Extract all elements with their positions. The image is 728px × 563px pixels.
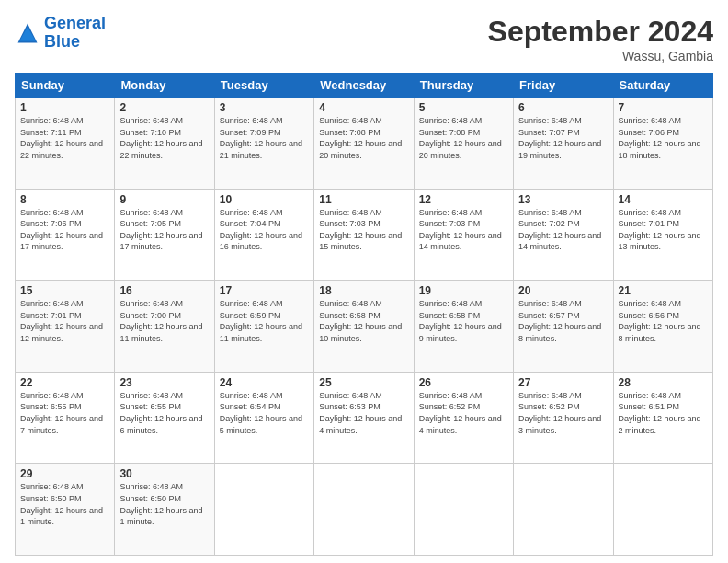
day-number: 14 [619,193,708,206]
col-friday: Friday [514,74,613,98]
calendar-cell: 21Sunrise: 6:48 AMSunset: 6:56 PMDayligh… [613,281,712,373]
location: Wassu, Gambia [488,49,713,63]
day-info: Sunrise: 6:48 AMSunset: 6:51 PMDaylight:… [619,391,701,435]
calendar-cell: 2Sunrise: 6:48 AMSunset: 7:10 PMDaylight… [115,98,214,190]
day-number: 25 [319,376,408,389]
calendar-cell: 23Sunrise: 6:48 AMSunset: 6:55 PMDayligh… [115,372,214,464]
day-number: 23 [119,376,209,389]
day-number: 27 [518,376,608,389]
day-number: 15 [20,284,109,297]
calendar-row-1: 8Sunrise: 6:48 AMSunset: 7:06 PMDaylight… [16,189,713,281]
day-info: Sunrise: 6:48 AMSunset: 6:50 PMDaylight:… [20,482,103,526]
col-monday: Monday [115,74,214,98]
day-info: Sunrise: 6:48 AMSunset: 6:58 PMDaylight:… [319,299,402,343]
calendar: Sunday Monday Tuesday Wednesday Thursday… [15,73,713,556]
day-info: Sunrise: 6:48 AMSunset: 7:00 PMDaylight:… [119,299,202,343]
calendar-cell: 4Sunrise: 6:48 AMSunset: 7:08 PMDaylight… [314,98,414,190]
calendar-cell: 24Sunrise: 6:48 AMSunset: 6:54 PMDayligh… [214,372,313,464]
day-number: 19 [419,284,508,297]
calendar-cell [214,464,313,556]
day-number: 5 [419,101,508,114]
calendar-cell: 14Sunrise: 6:48 AMSunset: 7:01 PMDayligh… [613,189,712,281]
calendar-cell: 18Sunrise: 6:48 AMSunset: 6:58 PMDayligh… [314,281,414,373]
calendar-cell [314,464,414,556]
calendar-cell: 5Sunrise: 6:48 AMSunset: 7:08 PMDaylight… [414,98,513,190]
calendar-cell: 6Sunrise: 6:48 AMSunset: 7:07 PMDaylight… [514,98,613,190]
calendar-row-0: 1Sunrise: 6:48 AMSunset: 7:11 PMDaylight… [16,98,713,190]
logo-text: General Blue [44,15,106,52]
calendar-cell: 15Sunrise: 6:48 AMSunset: 7:01 PMDayligh… [16,281,115,373]
day-info: Sunrise: 6:48 AMSunset: 6:55 PMDaylight:… [119,391,202,435]
day-number: 8 [20,193,109,206]
day-number: 10 [220,193,309,206]
col-wednesday: Wednesday [314,74,414,98]
day-info: Sunrise: 6:48 AMSunset: 7:10 PMDaylight:… [119,116,202,160]
day-info: Sunrise: 6:48 AMSunset: 7:01 PMDaylight:… [20,299,103,343]
day-number: 20 [518,284,608,297]
day-info: Sunrise: 6:48 AMSunset: 6:55 PMDaylight:… [20,391,103,435]
day-number: 30 [119,467,209,480]
day-info: Sunrise: 6:48 AMSunset: 7:09 PMDaylight:… [220,116,302,160]
day-number: 12 [419,193,508,206]
calendar-cell: 3Sunrise: 6:48 AMSunset: 7:09 PMDaylight… [214,98,313,190]
day-info: Sunrise: 6:48 AMSunset: 7:04 PMDaylight:… [220,208,302,252]
day-info: Sunrise: 6:48 AMSunset: 6:52 PMDaylight:… [419,391,502,435]
calendar-row-2: 15Sunrise: 6:48 AMSunset: 7:01 PMDayligh… [16,281,713,373]
day-info: Sunrise: 6:48 AMSunset: 6:58 PMDaylight:… [419,299,502,343]
day-info: Sunrise: 6:48 AMSunset: 7:01 PMDaylight:… [619,208,701,252]
day-info: Sunrise: 6:48 AMSunset: 7:06 PMDaylight:… [20,208,103,252]
calendar-cell: 10Sunrise: 6:48 AMSunset: 7:04 PMDayligh… [214,189,313,281]
day-info: Sunrise: 6:48 AMSunset: 7:08 PMDaylight:… [419,116,502,160]
day-info: Sunrise: 6:48 AMSunset: 6:57 PMDaylight:… [518,299,601,343]
calendar-cell: 7Sunrise: 6:48 AMSunset: 7:06 PMDaylight… [613,98,712,190]
day-info: Sunrise: 6:48 AMSunset: 6:59 PMDaylight:… [220,299,302,343]
day-number: 13 [518,193,608,206]
month-title: September 2024 [488,15,713,49]
calendar-cell: 17Sunrise: 6:48 AMSunset: 6:59 PMDayligh… [214,281,313,373]
calendar-cell: 12Sunrise: 6:48 AMSunset: 7:03 PMDayligh… [414,189,513,281]
calendar-row-4: 29Sunrise: 6:48 AMSunset: 6:50 PMDayligh… [16,464,713,556]
calendar-cell: 8Sunrise: 6:48 AMSunset: 7:06 PMDaylight… [16,189,115,281]
day-number: 16 [119,284,209,297]
calendar-cell: 19Sunrise: 6:48 AMSunset: 6:58 PMDayligh… [414,281,513,373]
day-info: Sunrise: 6:48 AMSunset: 7:03 PMDaylight:… [319,208,402,252]
calendar-cell: 20Sunrise: 6:48 AMSunset: 6:57 PMDayligh… [514,281,613,373]
day-number: 11 [319,193,408,206]
day-number: 29 [20,467,109,480]
calendar-cell: 27Sunrise: 6:48 AMSunset: 6:52 PMDayligh… [514,372,613,464]
calendar-row-3: 22Sunrise: 6:48 AMSunset: 6:55 PMDayligh… [16,372,713,464]
day-number: 7 [619,101,708,114]
col-tuesday: Tuesday [214,74,313,98]
day-info: Sunrise: 6:48 AMSunset: 7:08 PMDaylight:… [319,116,402,160]
logo-blue: Blue [44,32,80,51]
day-number: 24 [220,376,309,389]
day-info: Sunrise: 6:48 AMSunset: 6:54 PMDaylight:… [220,391,302,435]
calendar-cell: 11Sunrise: 6:48 AMSunset: 7:03 PMDayligh… [314,189,414,281]
title-block: September 2024 Wassu, Gambia [488,15,713,63]
logo: General Blue [15,15,106,52]
day-number: 6 [518,101,608,114]
day-number: 26 [419,376,508,389]
day-info: Sunrise: 6:48 AMSunset: 7:07 PMDaylight:… [518,116,601,160]
day-info: Sunrise: 6:48 AMSunset: 6:53 PMDaylight:… [319,391,402,435]
day-number: 28 [619,376,708,389]
day-info: Sunrise: 6:48 AMSunset: 6:50 PMDaylight:… [119,482,202,526]
day-info: Sunrise: 6:48 AMSunset: 6:52 PMDaylight:… [518,391,601,435]
day-number: 9 [119,193,209,206]
calendar-cell [414,464,513,556]
calendar-cell: 13Sunrise: 6:48 AMSunset: 7:02 PMDayligh… [514,189,613,281]
calendar-cell: 28Sunrise: 6:48 AMSunset: 6:51 PMDayligh… [613,372,712,464]
svg-marker-1 [19,27,36,41]
day-info: Sunrise: 6:48 AMSunset: 7:03 PMDaylight:… [419,208,502,252]
calendar-cell: 25Sunrise: 6:48 AMSunset: 6:53 PMDayligh… [314,372,414,464]
day-info: Sunrise: 6:48 AMSunset: 6:56 PMDaylight:… [619,299,701,343]
col-saturday: Saturday [613,74,712,98]
logo-icon [15,20,40,46]
day-number: 17 [220,284,309,297]
col-thursday: Thursday [414,74,513,98]
calendar-cell [613,464,712,556]
day-number: 18 [319,284,408,297]
day-number: 21 [619,284,708,297]
calendar-cell: 22Sunrise: 6:48 AMSunset: 6:55 PMDayligh… [16,372,115,464]
calendar-cell: 16Sunrise: 6:48 AMSunset: 7:00 PMDayligh… [115,281,214,373]
